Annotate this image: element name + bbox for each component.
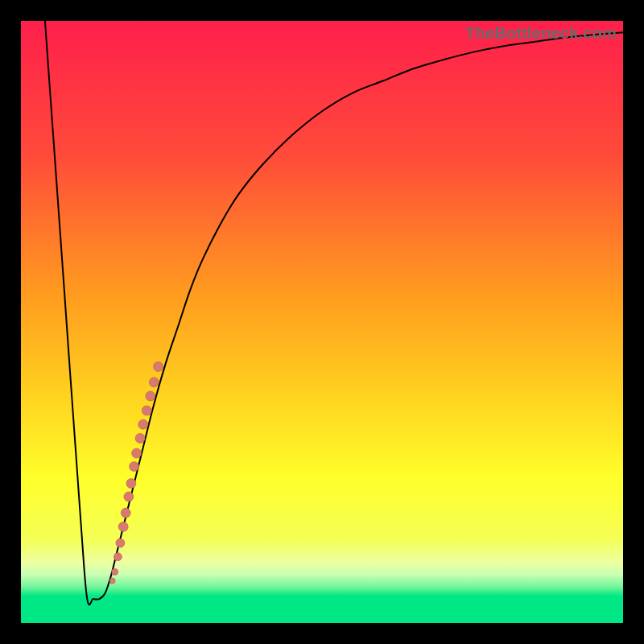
dot (116, 539, 125, 547)
dot (121, 508, 130, 518)
attribution-text: TheBottleneck.com (465, 24, 617, 43)
dot (138, 419, 148, 429)
chart-frame: TheBottleneck.com (0, 0, 644, 644)
dot (124, 492, 134, 502)
chart-svg (21, 21, 623, 623)
dot (130, 462, 139, 472)
dot (114, 553, 122, 561)
plot-area: TheBottleneck.com (21, 21, 623, 623)
bottleneck-curve (45, 21, 623, 605)
dot (149, 378, 159, 387)
dot (112, 568, 118, 575)
dot (146, 391, 155, 401)
dot (154, 361, 163, 371)
dot (132, 448, 142, 458)
dot (118, 522, 128, 531)
dot (126, 479, 136, 489)
dot (135, 433, 145, 443)
dot (109, 578, 115, 584)
dot (142, 406, 151, 415)
